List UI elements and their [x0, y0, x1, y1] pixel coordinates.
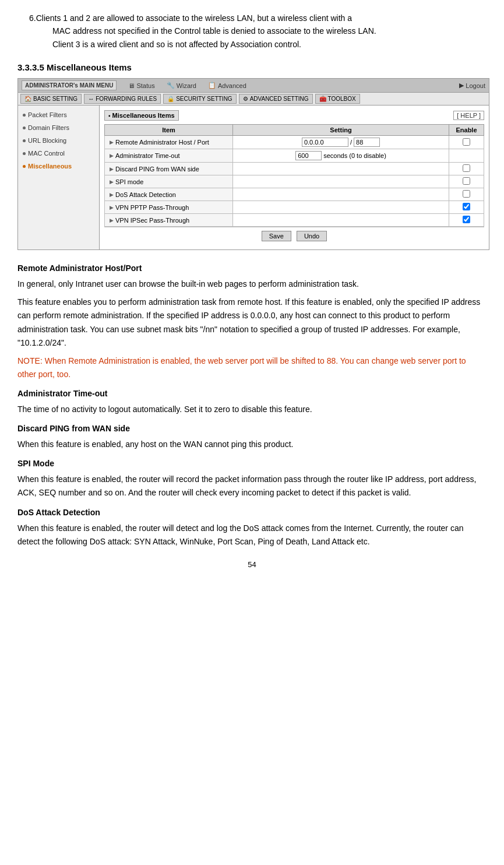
row-arrow-icon: ▶ — [110, 179, 114, 185]
basic-icon: 🏠 — [24, 96, 31, 102]
enable-checkbox[interactable] — [463, 216, 470, 223]
wizard-icon: 🔧 — [167, 82, 175, 89]
advanced-icon: 📋 — [208, 82, 216, 89]
router-ui-screenshot: ADMINISTRATOR's MAIN MENU 🖥 Status 🔧 Wiz… — [17, 78, 489, 250]
enable-checkbox[interactable] — [463, 177, 470, 185]
port-input[interactable] — [354, 138, 380, 147]
table-row: ▶ Discard PING from WAN side — [105, 163, 484, 175]
enable-checkbox[interactable] — [463, 164, 470, 172]
enable-discard-ping[interactable] — [449, 163, 484, 175]
item-spi-mode: ▶ SPI mode — [105, 175, 233, 188]
setting-vpn-ipsec — [233, 214, 449, 227]
enable-dos-detection[interactable] — [449, 188, 484, 201]
host-input[interactable] — [302, 138, 348, 147]
status-icon: 🖥 — [128, 82, 135, 89]
nav-wizard: 🔧 Wizard — [167, 82, 196, 89]
table-row: ▶ VPN IPSec Pass-Through — [105, 214, 484, 227]
remote-admin-note: NOTE: When Remote Administration is enab… — [17, 354, 487, 381]
item-vpn-ipsec: ▶ VPN IPSec Pass-Through — [105, 214, 233, 227]
router-main-panel: ▪ Miscellaneous Items [ HELP ] Item Sett… — [100, 106, 489, 249]
enable-checkbox[interactable] — [463, 190, 470, 198]
remote-admin-p2: This feature enables you to perform admi… — [17, 296, 487, 349]
remote-admin-p1: In general, only Intranet user can brows… — [17, 277, 487, 291]
save-button[interactable]: Save — [262, 231, 291, 241]
router-logo: ADMINISTRATOR's MAIN MENU — [22, 80, 117, 90]
enable-vpn-ipsec[interactable] — [449, 214, 484, 227]
forwarding-icon: ↔ — [88, 96, 94, 102]
nav-advanced: 📋 Advanced — [208, 82, 246, 89]
setting-remote-admin[interactable]: / — [233, 136, 449, 149]
col-header-enable: Enable — [449, 125, 484, 136]
intro-line2: MAC address not specified in the Control… — [41, 24, 487, 37]
timeout-input[interactable] — [295, 151, 322, 160]
nav-basic-setting: 🏠 BASIC SETTING — [20, 94, 82, 104]
page-number: 54 — [17, 560, 487, 569]
remote-admin-heading: Remote Administrator Host/Port — [17, 262, 487, 275]
undo-button[interactable]: Undo — [297, 231, 327, 241]
logout-arrow-icon: ▶ — [459, 82, 464, 89]
enable-remote-admin[interactable] — [449, 136, 484, 149]
table-row: ▶ DoS Attack Detection — [105, 188, 484, 201]
col-header-item: Item — [105, 125, 233, 136]
second-nav: 🏠 BASIC SETTING ↔ FORWARDING RULES 🔒 SEC… — [18, 93, 489, 106]
enable-spi-mode[interactable] — [449, 175, 484, 188]
sidebar-item-miscellaneous: Miscellaneous — [18, 160, 99, 173]
panel-title-bar: ▪ Miscellaneous Items [ HELP ] — [104, 110, 484, 121]
table-row: ▶ SPI mode — [105, 175, 484, 188]
col-header-setting: Setting — [233, 125, 449, 136]
row-arrow-icon: ▶ — [110, 205, 114, 210]
setting-discard-ping — [233, 163, 449, 175]
enable-admin-timeout — [449, 149, 484, 163]
row-arrow-icon: ▶ — [110, 192, 114, 198]
nav-advanced-setting: ⚙ ADVANCED SETTING — [239, 94, 313, 104]
security-icon: 🔒 — [167, 96, 174, 102]
advanced-setting-icon: ⚙ — [243, 96, 248, 102]
bullet-icon-active — [23, 165, 26, 168]
button-row: Save Undo — [104, 227, 484, 245]
row-arrow-icon: ▶ — [110, 139, 114, 145]
setting-spi-mode — [233, 175, 449, 188]
misc-items-table: Item Setting Enable ▶ Remote Administrat… — [104, 124, 484, 227]
discard-ping-p: When this feature is enabled, any host o… — [17, 438, 487, 451]
item-vpn-pptp: ▶ VPN PPTP Pass-Through — [105, 201, 233, 214]
table-row: ▶ VPN PPTP Pass-Through — [105, 201, 484, 214]
discard-ping-heading: Discard PING from WAN side — [17, 422, 487, 435]
item-remote-admin: ▶ Remote Administrator Host / Port — [105, 136, 233, 149]
nav-forwarding-rules: ↔ FORWARDING RULES — [84, 94, 161, 104]
sidebar-item-packet-filters: Packet Filters — [18, 108, 99, 121]
admin-timeout-heading: Administrator Time-out — [17, 387, 487, 400]
spi-mode-heading: SPI Mode — [17, 457, 487, 470]
intro-line1: 6.Clients 1 and 2 are allowed to associa… — [29, 12, 487, 24]
nav-toolbox: 🧰 TOOLBOX — [315, 94, 360, 104]
bullet-icon — [23, 139, 26, 142]
item-admin-timeout: ▶ Administrator Time-out — [105, 149, 233, 163]
item-dos-detection: ▶ DoS Attack Detection — [105, 188, 233, 201]
row-arrow-icon: ▶ — [110, 217, 114, 223]
enable-checkbox[interactable] — [463, 203, 470, 210]
bullet-icon — [23, 152, 26, 155]
spi-mode-p: When this feature is enabled, the router… — [17, 473, 487, 500]
setting-dos-detection — [233, 188, 449, 201]
sidebar-item-mac-control: MAC Control — [18, 147, 99, 160]
setting-admin-timeout[interactable]: seconds (0 to disable) — [233, 149, 449, 163]
enable-vpn-pptp[interactable] — [449, 201, 484, 214]
router-content-area: Packet Filters Domain Filters URL Blocki… — [18, 106, 489, 249]
nav-logout: ▶ Logout — [459, 82, 485, 89]
enable-checkbox[interactable] — [463, 138, 470, 146]
intro-line3: Client 3 is a wired client and so is not… — [41, 38, 487, 51]
content-section: Remote Administrator Host/Port In genera… — [17, 262, 487, 548]
row-arrow-icon: ▶ — [110, 153, 114, 159]
table-row: ▶ Remote Administrator Host / Port / — [105, 136, 484, 149]
bullet-icon — [23, 126, 26, 129]
sidebar-item-domain-filters: Domain Filters — [18, 121, 99, 134]
help-link: [ HELP ] — [453, 111, 484, 120]
dos-detection-p: When this feature is enabled, the router… — [17, 522, 487, 548]
panel-name-label: ▪ Miscellaneous Items — [104, 110, 179, 121]
intro-section: 6.Clients 1 and 2 are allowed to associa… — [17, 12, 487, 51]
timeout-label: seconds (0 to disable) — [323, 152, 386, 159]
section-heading: 3.3.3.5 Miscellaneous Items — [17, 62, 487, 72]
sidebar-item-url-blocking: URL Blocking — [18, 134, 99, 147]
top-nav: ADMINISTRATOR's MAIN MENU 🖥 Status 🔧 Wiz… — [18, 79, 489, 93]
nav-status: 🖥 Status — [128, 82, 154, 89]
nav-security-setting: 🔒 SECURITY SETTING — [163, 94, 237, 104]
